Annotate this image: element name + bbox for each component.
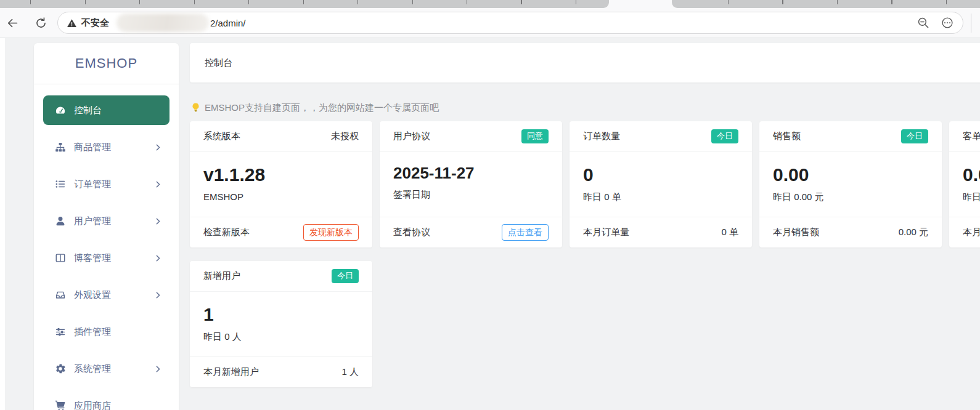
cart-icon [55,400,66,410]
user-icon [55,215,66,227]
card-footer-button[interactable]: 发现新版本 [303,224,359,240]
card-footer: 本月客单价0.00 元 [949,217,980,247]
sitemap-icon [55,142,66,153]
tab-separators [0,0,609,4]
card-footer: 本月新增用户1 人 [190,356,372,387]
sidebar-item-system[interactable]: 系统管理 [34,350,179,387]
card-subtext: 昨日 0.00 元 [963,191,980,203]
card-value: 1 [203,304,359,324]
zoom-out-icon[interactable] [915,15,931,31]
sidebar-item-label: 博客管理 [74,252,146,264]
sidebar-item-orders[interactable]: 订单管理 [34,166,179,203]
card-subtext: 签署日期 [393,189,549,201]
browser-chrome: 不安全 2/admin/ [0,0,980,38]
card-title: 客单价 [963,131,980,142]
list-icon [55,179,66,190]
sidebar-item-label: 系统管理 [74,363,146,375]
card-value: 0.00 [773,164,928,185]
card-header: 销售额今日 [759,121,942,152]
stat-card: 新增用户今日1昨日 0 人本月新增用户1 人 [190,261,372,387]
address-bar[interactable]: 不安全 2/admin/ [57,12,963,34]
browser-menu-icon[interactable] [939,15,955,31]
card-header: 订单数量今日 [570,121,752,152]
card-header: 客单价今日 [949,121,980,152]
stat-card: 订单数量今日0昨日 0 单本月订单量0 单 [570,121,752,247]
sliders-icon [55,326,66,337]
sidebar-item-label: 外观设置 [74,289,146,301]
card-body: 0.00昨日 0.00 元 [949,152,980,217]
tab-group-left[interactable] [0,0,609,8]
card-footer-value: 1 人 [341,366,359,378]
toolbar-divider [971,14,971,33]
page-header: 控制台 [190,43,980,82]
sidebar-item-dashboard[interactable]: 控制台 [43,95,169,125]
card-value: 0.00 [963,164,980,185]
stat-card: 销售额今日0.00昨日 0.00 元本月销售额0.00 元 [759,121,942,247]
stats-row-2: 新增用户今日1昨日 0 人本月新增用户1 人 [190,261,980,387]
card-header-status: 未授权 [331,131,359,142]
card-header: 用户协议同意 [380,121,562,152]
back-icon[interactable] [2,12,22,33]
card-subtext: EMSHOP [203,191,359,202]
card-subtext: 昨日 0 人 [203,331,359,343]
redaction-blur [116,14,209,32]
card-footer: 本月销售额0.00 元 [759,217,942,247]
card-title: 新增用户 [203,270,240,282]
sidebar-item-products[interactable]: 商品管理 [34,129,179,166]
browser-tab-strip[interactable] [0,0,980,8]
card-subtext: 昨日 0.00 元 [773,191,928,203]
card-value: 0 [583,164,738,185]
card-footer: 查看协议点击查看 [380,217,562,247]
security-label: 不安全 [81,17,109,29]
chevron-right-icon [154,217,162,225]
card-footer-value: 0 单 [721,227,738,238]
card-footer-label: 本月订单量 [583,227,629,238]
sidebar-item-appstore[interactable]: 应用商店 [34,387,179,410]
active-tab[interactable] [609,0,672,8]
columns-icon [55,252,66,263]
sidebar-item-label: 订单管理 [74,179,146,190]
url-text: 2/admin/ [210,18,246,28]
stat-card: 客单价今日0.00昨日 0.00 元本月客单价0.00 元 [949,121,980,247]
sidebar-item-blog[interactable]: 博客管理 [34,239,179,276]
card-footer-label: 本月客单价 [963,227,980,238]
sidebar-item-appearance[interactable]: 外观设置 [34,276,179,313]
card-value: v1.1.28 [203,164,359,185]
stat-card: 系统版本未授权v1.1.28EMSHOP检查新版本发现新版本 [190,121,372,247]
left-gutter [0,38,5,410]
card-badge: 今日 [901,129,928,143]
chevron-right-icon [154,365,162,373]
chevron-right-icon [154,291,162,299]
stat-card: 用户协议同意2025-11-27签署日期查看协议点击查看 [380,121,562,247]
chevron-right-icon [154,180,162,188]
card-footer-button[interactable]: 点击查看 [502,224,549,240]
sidebar: EMSHOP 控制台商品管理订单管理用户管理博客管理外观设置插件管理系统管理应用… [34,43,179,410]
card-title: 系统版本 [203,131,240,142]
card-body: 1昨日 0 人 [190,292,372,356]
sidebar-item-label: 用户管理 [74,215,146,227]
tab-separators [672,0,980,4]
card-footer-label: 检查新版本 [203,227,250,238]
lightbulb-icon [191,102,200,114]
gauge-icon [55,105,66,116]
card-footer: 本月订单量0 单 [570,217,752,247]
card-title: 用户协议 [393,131,430,142]
admin-page: EMSHOP 控制台商品管理订单管理用户管理博客管理外观设置插件管理系统管理应用… [0,38,980,410]
chevron-right-icon [154,254,162,262]
sidebar-item-label: 商品管理 [74,142,146,153]
tab-group-right[interactable] [672,0,980,8]
sidebar-item-plugins[interactable]: 插件管理 [34,313,179,350]
card-header: 新增用户今日 [190,261,372,292]
gear-icon [55,363,66,374]
sidebar-item-users[interactable]: 用户管理 [34,203,179,239]
refresh-icon[interactable] [31,12,51,33]
inbox-icon [55,289,66,300]
card-badge: 同意 [521,129,549,143]
card-footer-label: 本月销售额 [773,227,819,238]
sidebar-menu: 控制台商品管理订单管理用户管理博客管理外观设置插件管理系统管理应用商店 [34,84,179,410]
sidebar-item-label: 应用商店 [74,400,162,410]
card-badge: 今日 [332,269,359,283]
card-subtext: 昨日 0 单 [583,191,738,203]
sidebar-item-label: 控制台 [74,105,162,116]
card-footer: 检查新版本发现新版本 [190,217,372,247]
